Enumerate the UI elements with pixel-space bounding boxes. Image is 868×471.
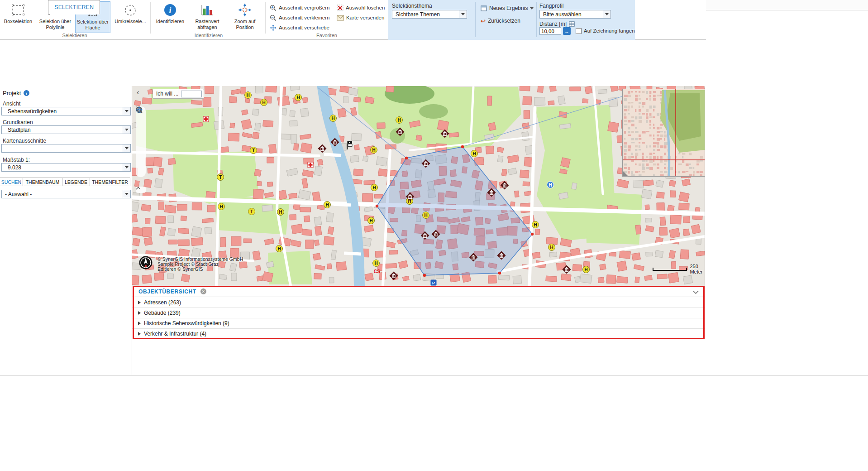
- fav-zoom-out[interactable]: Ausschnitt verkleinern: [270, 14, 330, 22]
- overview-map-canvas: [623, 89, 705, 177]
- map-marker-hotel[interactable]: H: [245, 92, 252, 99]
- menu-tab-selektieren[interactable]: SELEKTIEREN: [48, 0, 100, 14]
- tool-umkreisselektion[interactable]: Umkreissele...: [112, 1, 148, 33]
- scale-bar-line: [653, 268, 687, 271]
- distance-table-icon[interactable]: [569, 21, 575, 27]
- svg-text:T: T: [219, 175, 222, 180]
- map-marker-parking[interactable]: P: [431, 280, 437, 286]
- map-tools-collapse-icon[interactable]: [136, 187, 146, 193]
- neues-ergebnis-button[interactable]: Neues Ergebnis: [481, 4, 534, 12]
- svg-text:H: H: [246, 93, 249, 98]
- sidebar-tab-suchen[interactable]: SUCHEN: [0, 178, 23, 186]
- expand-triangle-icon[interactable]: [138, 322, 141, 325]
- map-marker-stop[interactable]: H: [547, 182, 554, 188]
- sidebar-tab-themenbaum[interactable]: THEMENBAUM: [23, 178, 62, 186]
- map-marker-hotel[interactable]: H: [371, 147, 377, 154]
- pan-map-icon[interactable]: [137, 168, 144, 175]
- map-marker-hotel[interactable]: H: [396, 117, 403, 124]
- overview-group-row[interactable]: Adressen (263): [132, 298, 705, 308]
- undo-icon: ↩: [481, 18, 486, 24]
- fangprofil-dropdown[interactable]: Bitte auswählen: [539, 10, 611, 19]
- sidebar-tab-themenfilter[interactable]: THEMENFILTER: [90, 178, 130, 186]
- map-marker-transit[interactable]: T: [248, 208, 255, 215]
- zoom-previous-icon[interactable]: [137, 148, 144, 155]
- tool-identifizieren[interactable]: i Identifizieren: [152, 1, 188, 33]
- tool-zoom-auf-position[interactable]: Zoom auf Position: [226, 1, 263, 33]
- project-info-icon[interactable]: i: [24, 90, 29, 96]
- object-overview-header: OBJEKTÜBERSICHT ✕: [132, 286, 705, 297]
- zoom-window-icon[interactable]: [137, 138, 144, 145]
- map-marker-hotel[interactable]: H: [368, 217, 375, 224]
- overview-group-label: Historische Sehenswürdigkeiten (9): [144, 320, 229, 327]
- map-marker-pharmacy[interactable]: [308, 162, 313, 168]
- expand-triangle-icon[interactable]: [138, 311, 141, 315]
- circle-selection-icon: [124, 4, 137, 16]
- zoom-to-position-icon: [238, 3, 252, 17]
- grundkarten-dropdown[interactable]: Stadtplan: [1, 125, 131, 134]
- tool-rasterwert-abfragen[interactable]: Rasterwert abfragen: [189, 1, 225, 33]
- map-marker-pharmacy[interactable]: [203, 116, 209, 122]
- overview-group-label: Verkehr & Infrastruktur (4): [144, 331, 206, 337]
- map-marker-hotel[interactable]: H: [371, 184, 378, 191]
- zoom-out-map-icon[interactable]: [137, 128, 144, 135]
- map-marker-transit[interactable]: T: [250, 147, 257, 154]
- expand-triangle-icon[interactable]: [138, 332, 141, 336]
- zoom-in-map-icon[interactable]: [137, 118, 144, 125]
- fav-auswahl-loeschen[interactable]: Auswahl löschen: [337, 4, 385, 12]
- map-marker-hotel[interactable]: H: [373, 260, 380, 267]
- send-map-icon: [337, 15, 344, 21]
- map-marker-hotel[interactable]: H: [471, 150, 478, 157]
- expand-triangle-icon[interactable]: [138, 301, 141, 304]
- ansicht-dropdown[interactable]: Sehenswürdigkeiten: [1, 107, 131, 115]
- ich-will-input[interactable]: [181, 91, 202, 97]
- svg-text:H: H: [372, 185, 376, 190]
- map-viewport[interactable]: HHHHHHHHHHHHHHHHHHHTTTHPCS ‹ Ich will ..…: [132, 86, 705, 286]
- map-canvas[interactable]: HHHHHHHHHHHHHHHHHHHTTTHPCS: [132, 86, 705, 286]
- scale-bar-label: 250 Meter: [690, 264, 705, 274]
- snap-to-drawing-checkbox[interactable]: [576, 28, 582, 34]
- clear-selection-icon: [337, 5, 343, 11]
- map-marker-hotel[interactable]: H: [324, 202, 331, 208]
- map-marker-hotel[interactable]: H: [276, 245, 283, 252]
- object-overview-chevron-icon[interactable]: [693, 288, 699, 296]
- apply-distance-button[interactable]: →: [563, 27, 571, 35]
- map-marker-hotel[interactable]: H: [583, 266, 590, 273]
- map-marker-hotel[interactable]: H: [548, 244, 555, 251]
- overview-map[interactable]: [622, 89, 705, 177]
- overview-group-row[interactable]: Historische Sehenswürdigkeiten (9): [132, 318, 705, 329]
- overview-group-row[interactable]: Gebäude (239): [132, 308, 705, 318]
- selektionsthema-dropdown[interactable]: Sichtbare Themen: [392, 10, 467, 19]
- fav-zoom-in[interactable]: Ausschnitt vergrößern: [270, 4, 330, 12]
- tool-boxselektion[interactable]: Boxselektion: [0, 1, 36, 33]
- map-marker-hotel[interactable]: H: [277, 209, 284, 216]
- kartenausschnitte-dropdown[interactable]: [1, 144, 131, 153]
- massstab-dropdown[interactable]: 9.028: [1, 163, 131, 172]
- fav-pan[interactable]: Ausschnitt verschiebe: [270, 24, 329, 32]
- fav-karte-versenden[interactable]: Karte versenden: [337, 14, 384, 22]
- map-marker-hotel[interactable]: H: [330, 115, 337, 122]
- map-marker-hotel[interactable]: H: [295, 94, 302, 101]
- map-label-cs: CS: [374, 269, 381, 274]
- center-target-icon[interactable]: [137, 158, 144, 165]
- map-marker-hotel[interactable]: H: [423, 212, 429, 219]
- svg-text:H: H: [277, 246, 281, 251]
- object-overview-close-icon[interactable]: ✕: [200, 288, 206, 294]
- map-tools-column: [136, 106, 146, 177]
- browser-window: × ← → wO http://w-dev-wofa:8080/WebOffic…: [0, 0, 868, 471]
- distance-input[interactable]: [539, 27, 561, 35]
- sidebar-collapse-chevron-icon[interactable]: ‹: [137, 88, 139, 97]
- zuruecksetzen-button[interactable]: ↩ Zurücksetzen: [481, 17, 520, 25]
- map-marker-hotel[interactable]: H: [532, 221, 539, 228]
- info-icon: i: [163, 3, 177, 17]
- box-selection-icon: [11, 4, 25, 16]
- auswahl-dropdown[interactable]: - Auswahl -: [1, 190, 131, 198]
- map-marker-hotel[interactable]: H: [261, 99, 267, 106]
- overview-resize-grip[interactable]: [623, 171, 628, 176]
- overview-group-row[interactable]: Verkehr & Infrastruktur (4): [132, 329, 705, 339]
- map-marker-transit[interactable]: T: [217, 174, 224, 181]
- map-marker-hotel[interactable]: H: [218, 203, 225, 210]
- svg-text:H: H: [262, 100, 265, 105]
- ich-will-widget[interactable]: Ich will ...: [153, 89, 204, 99]
- sidebar-tab-legende[interactable]: LEGENDE: [62, 178, 90, 186]
- svg-text:H: H: [279, 210, 282, 215]
